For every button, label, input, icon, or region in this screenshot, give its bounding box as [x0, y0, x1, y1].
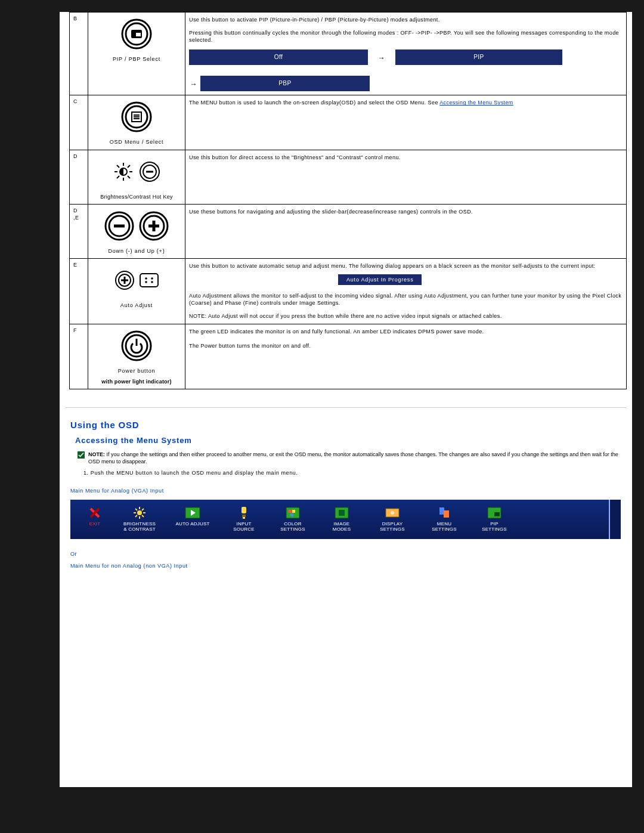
table-row: B PIP / PBP Select Use this button to ac…	[70, 13, 627, 95]
nonvga-heading: Main Menu for non Analog (non VGA) Input	[70, 563, 632, 569]
button-label: Down (-) and Up (+)	[92, 247, 181, 255]
osd-item-brightness[interactable]: BRIGHTNESS & CONTRAST	[113, 505, 166, 534]
menu-select-icon	[120, 100, 153, 134]
row-letter: B	[70, 13, 88, 95]
svg-rect-3	[136, 33, 141, 36]
inputsource-icon	[219, 506, 268, 519]
osd-item-label: DISPLAY SETTINGS	[366, 522, 419, 534]
auto-adjust-screen-icon	[139, 272, 159, 288]
button-icon-cell: Power button with power light indicator)	[88, 324, 185, 389]
svg-rect-58	[243, 517, 245, 519]
table-row: D ,E Down (-) and Up (+)	[70, 204, 627, 258]
button-icon-cell: Down (-) and Up (+)	[88, 204, 185, 258]
row-letter: E	[70, 258, 88, 324]
svg-rect-61	[292, 510, 295, 513]
down-minus-icon	[104, 210, 135, 241]
table-row: F Power button with power light indicato…	[70, 324, 627, 389]
osd-item-displaysettings[interactable]: DISPLAY SETTINGS	[366, 505, 419, 534]
button-description: The MENU button is used to launch the on…	[185, 95, 627, 150]
button-label: Auto Adjust	[92, 302, 181, 309]
svg-rect-67	[439, 507, 444, 515]
desc-line: Use this button for direct access to the…	[189, 154, 623, 161]
brightness-icon	[113, 506, 166, 519]
desc-line: The green LED indicates the monitor is o…	[189, 328, 623, 335]
button-icon-cell: PIP / PBP Select	[88, 13, 185, 95]
vga-heading: Main Menu for Analog (VGA) Input	[70, 488, 632, 494]
mode-diagram: Off → PIP	[189, 49, 623, 65]
desc-line: The MENU button is used to launch the on…	[189, 100, 439, 106]
svg-point-36	[151, 277, 153, 280]
osd-item-label: MENU SETTINGS	[419, 522, 470, 534]
svg-rect-60	[289, 510, 292, 513]
auto-adjust-progress-block: Auto Adjust In Progress	[338, 274, 422, 285]
button-description: The green LED indicates the monitor is o…	[185, 324, 627, 389]
row-letter: C	[70, 95, 88, 150]
arrow-icon: →	[189, 79, 199, 89]
svg-rect-64	[339, 510, 345, 516]
colorsettings-icon	[268, 506, 317, 519]
imagemodes-icon	[317, 506, 366, 519]
mode-pbp-block: PBP	[200, 76, 370, 91]
button-icon-cell: Auto Adjust	[88, 258, 185, 324]
mode-pip-block: PIP	[395, 49, 562, 65]
contrast-icon	[138, 160, 161, 183]
power-icon	[120, 329, 153, 363]
button-description: Use these buttons for navigating and adj…	[185, 204, 627, 258]
svg-line-19	[128, 165, 130, 168]
desc-line: Pressing this button continually cycles …	[189, 29, 623, 44]
row-letter: D ,E	[70, 204, 88, 258]
note-text: Auto Adjust will not occur if you press …	[208, 313, 502, 319]
button-description: Use this button for direct access to the…	[185, 150, 627, 204]
button-label: Power button	[92, 367, 181, 374]
osd-item-exit[interactable]: EXIT	[76, 505, 113, 534]
svg-point-37	[145, 281, 147, 283]
desc-line: Use these buttons for navigating and adj…	[189, 208, 623, 215]
auto-adjust-plus-icon	[114, 270, 135, 291]
step-1: 1. Push the MENU button to launch the OS…	[83, 470, 626, 476]
note-text: If you change the settings and then eith…	[88, 451, 618, 465]
osd-item-label: INPUT SOURCE	[219, 522, 268, 534]
autoadjust-icon	[166, 506, 219, 519]
osd-item-menusettings[interactable]: MENU SETTINGS	[419, 505, 470, 534]
osd-item-imagemodes[interactable]: IMAGE MODES	[317, 505, 366, 534]
table-row: C OSD Menu / Select The MENU button is u…	[70, 95, 627, 150]
button-description: Use this button to activate automatic se…	[185, 258, 627, 324]
button-label: Brightness/Contrast Hot Key	[92, 193, 181, 200]
note-prefix: NOTE:	[189, 313, 208, 319]
svg-point-38	[151, 281, 153, 283]
osd-item-colorsettings[interactable]: COLOR SETTINGS	[268, 505, 317, 534]
osd-main-menu-bar: EXITBRIGHTNESS & CONTRASTAUTO ADJUSTINPU…	[70, 500, 621, 539]
osd-item-label: BRIGHTNESS & CONTRAST	[113, 522, 166, 534]
svg-rect-62	[290, 513, 293, 516]
front-panel-buttons-table: B PIP / PBP Select Use this button to ac…	[69, 12, 627, 389]
button-sublabel: with power light indicator)	[92, 378, 181, 385]
osd-item-pipsettings[interactable]: PIP SETTINGS	[470, 505, 519, 534]
note-icon	[78, 451, 85, 459]
osd-bar-right-cap	[609, 500, 621, 539]
svg-rect-57	[242, 515, 246, 517]
desc-line: Use this button to activate automatic se…	[189, 262, 623, 270]
table-row: D	[70, 150, 627, 204]
osd-item-label: AUTO ADJUST	[166, 522, 219, 534]
row-letter: F	[70, 324, 88, 389]
desc-line: Auto Adjustment allows the monitor to se…	[189, 292, 623, 306]
mode-off-block: Off	[189, 49, 368, 65]
osd-item-inputsource[interactable]: INPUT SOURCE	[219, 505, 268, 534]
svg-point-35	[145, 277, 147, 280]
displaysettings-icon	[366, 506, 419, 519]
accessing-menu-link[interactable]: Accessing the Menu System	[439, 100, 513, 106]
svg-rect-34	[140, 274, 158, 287]
svg-rect-56	[242, 507, 246, 513]
svg-line-52	[135, 515, 137, 517]
note-prefix: NOTE:	[88, 451, 107, 457]
osd-item-label: PIP SETTINGS	[470, 522, 519, 534]
button-icon-cell: Brightness/Contrast Hot Key	[88, 150, 185, 204]
svg-line-16	[117, 165, 119, 168]
svg-line-50	[135, 509, 137, 510]
menusettings-icon	[419, 506, 470, 519]
svg-line-53	[142, 509, 144, 510]
pip-pbp-icon	[120, 17, 153, 51]
svg-line-17	[128, 176, 130, 178]
table-row: E Auto	[70, 258, 627, 324]
osd-item-autoadjust[interactable]: AUTO ADJUST	[166, 505, 219, 534]
